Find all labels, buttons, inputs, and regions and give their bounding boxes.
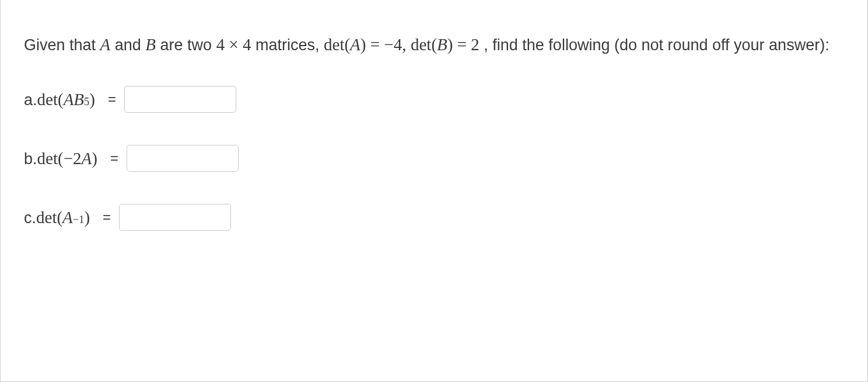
part-b-row: b. det(−2A) = [24, 145, 844, 172]
equals-sign: = [110, 150, 118, 166]
var-B: B [74, 90, 84, 109]
part-a-label: a. det(AB5) [24, 90, 95, 109]
var-A: A [350, 35, 360, 54]
det-close: ) = [360, 35, 384, 54]
var-A: A [100, 35, 111, 54]
det-label: det( [411, 35, 437, 54]
neg-two: −2 [64, 149, 82, 168]
var-A: A [81, 149, 92, 168]
equals-sign: = [108, 91, 116, 107]
det-close: ) [89, 90, 95, 109]
prompt-text: , find the following (do not round off y… [480, 36, 830, 54]
answer-input-c[interactable] [119, 204, 231, 231]
det-B-value: 2 [471, 35, 480, 54]
det-open: det( [36, 208, 62, 227]
prompt-text: are two [156, 36, 216, 54]
question-container: Given that A and B are two 4 × 4 matrice… [0, 0, 868, 382]
part-a-row: a. det(AB5) = [24, 86, 844, 113]
part-letter: a. [24, 91, 37, 109]
part-letter: b. [24, 150, 37, 168]
prompt-text: and [110, 36, 145, 54]
part-c-label: c. det(A−1) [24, 208, 90, 227]
prompt-text: matrices, [251, 36, 324, 54]
spacer [406, 36, 411, 54]
det-open: det( [37, 149, 64, 168]
part-c-row: c. det(A−1) = [24, 204, 844, 231]
var-A: A [64, 90, 74, 109]
var-B: B [145, 35, 156, 54]
det-open: det( [37, 90, 64, 109]
prompt-text: Given that [24, 36, 100, 54]
det-close: ) [84, 208, 90, 227]
det-close: ) [92, 149, 97, 168]
det-label: det( [324, 35, 350, 54]
part-b-label: b. det(−2A) [24, 149, 97, 168]
matrix-dim: 4 × 4 [216, 35, 251, 54]
det-close: ) = [447, 35, 471, 54]
answer-input-a[interactable] [124, 86, 236, 113]
part-letter: c. [24, 209, 36, 227]
det-A-value: −4, [384, 35, 406, 54]
var-A: A [62, 208, 73, 227]
problem-prompt: Given that A and B are two 4 × 4 matrice… [24, 29, 844, 60]
answer-input-b[interactable] [127, 145, 239, 172]
var-B: B [437, 35, 447, 54]
equals-sign: = [103, 209, 111, 225]
